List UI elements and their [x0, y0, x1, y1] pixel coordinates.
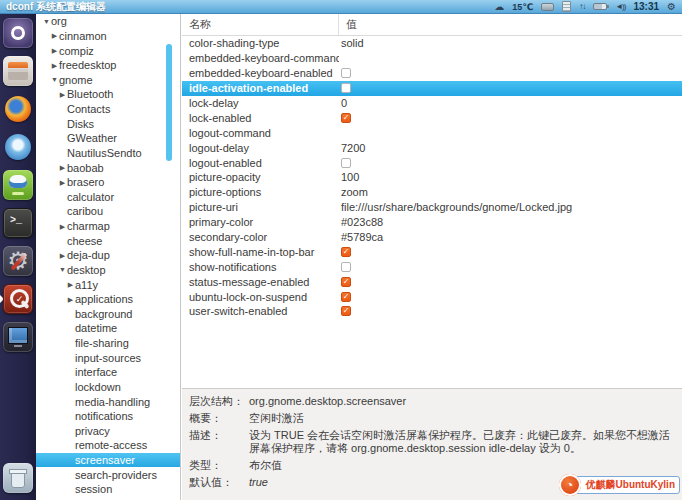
tree-item-search-providers[interactable]: search-providers	[36, 467, 180, 482]
tree-item-Disks[interactable]: Disks	[36, 116, 180, 131]
checkbox-checked[interactable]: ✓	[341, 292, 351, 302]
expander-open-icon[interactable]: ▼	[58, 266, 67, 273]
file-manager-button[interactable]	[3, 56, 33, 86]
checkbox-checked[interactable]: ✓	[341, 277, 351, 287]
tree-item-compiz[interactable]: ▶compiz	[36, 43, 180, 58]
software-center-button[interactable]	[3, 170, 33, 200]
battery-icon[interactable]	[593, 3, 607, 10]
checkbox-unchecked[interactable]	[341, 158, 351, 168]
key-row-picture-options[interactable]: picture-optionszoom	[182, 185, 682, 200]
column-header-value[interactable]: 值	[339, 14, 357, 35]
key-row-logout-enabled[interactable]: logout-enabled	[182, 155, 682, 170]
checkbox-unchecked[interactable]	[341, 83, 351, 93]
key-name: ubuntu-lock-on-suspend	[182, 291, 339, 303]
dconf-editor-button[interactable]	[3, 284, 33, 314]
checkbox-checked[interactable]: ✓	[341, 247, 351, 257]
expander-closed-icon[interactable]: ▶	[58, 179, 67, 186]
expander-closed-icon[interactable]: ▶	[50, 32, 59, 39]
key-value: ✓	[339, 306, 682, 316]
tree-item-privacy[interactable]: privacy	[36, 424, 180, 439]
key-row-secondary-color[interactable]: secondary-color#5789ca	[182, 230, 682, 245]
tree-item-charmap[interactable]: ▶charmap	[36, 219, 180, 234]
expander-closed-icon[interactable]: ▶	[58, 91, 67, 98]
expander-closed-icon[interactable]: ▶	[50, 62, 59, 69]
weather-icon[interactable]: ☁	[494, 2, 504, 12]
tree-item-gnome[interactable]: ▼gnome	[36, 73, 180, 88]
key-row-user-switch-enabled[interactable]: user-switch-enabled✓	[182, 304, 682, 319]
tree-item-Bluetooth[interactable]: ▶Bluetooth	[36, 87, 180, 102]
tree-item-desktop[interactable]: ▼desktop	[36, 263, 180, 278]
key-row-picture-uri[interactable]: picture-urifile:///usr/share/backgrounds…	[182, 200, 682, 215]
tree-item-GWeather[interactable]: GWeather	[36, 131, 180, 146]
checkbox-unchecked[interactable]	[341, 262, 351, 272]
key-row-logout-command[interactable]: logout-command	[182, 125, 682, 140]
tree-item-session[interactable]: session	[36, 482, 180, 497]
key-row-ubuntu-lock-on-suspend[interactable]: ubuntu-lock-on-suspend✓	[182, 289, 682, 304]
tree-item-calculator[interactable]: calculator	[36, 190, 180, 205]
checkbox-checked[interactable]: ✓	[341, 113, 351, 123]
tree-item-freedesktop[interactable]: ▶freedesktop	[36, 58, 180, 73]
key-row-status-message-enabled[interactable]: status-message-enabled✓	[182, 274, 682, 289]
tree-item-Contacts[interactable]: Contacts	[36, 102, 180, 117]
tree-item-screensaver[interactable]: screensaver	[36, 453, 180, 468]
tree-item-caribou[interactable]: caribou	[36, 204, 180, 219]
expander-closed-icon[interactable]: ▶	[58, 252, 67, 259]
key-row-show-notifications[interactable]: show-notifications	[182, 259, 682, 274]
system-settings-button[interactable]: ⚙	[3, 246, 33, 276]
expander-closed-icon[interactable]: ▶	[58, 164, 67, 171]
tree-item-notifications[interactable]: notifications	[36, 409, 180, 424]
tree-item-label: datetime	[75, 322, 117, 334]
clock-label[interactable]: 13:31	[633, 1, 659, 12]
key-row-color-shading-type[interactable]: color-shading-typesolid	[182, 36, 682, 51]
tree-item-file-sharing[interactable]: file-sharing	[36, 336, 180, 351]
terminal-button[interactable]	[3, 208, 33, 238]
key-row-lock-enabled[interactable]: lock-enabled✓	[182, 110, 682, 125]
tree-item-datetime[interactable]: datetime	[36, 321, 180, 336]
ubuntu-dash-button[interactable]	[3, 18, 33, 48]
tree-item-NautilusSendto[interactable]: NautilusSendto	[36, 146, 180, 161]
expander-open-icon[interactable]: ▼	[42, 18, 51, 25]
expander-closed-icon[interactable]: ▶	[58, 223, 67, 230]
tree-item-a11y[interactable]: ▶a11y	[36, 277, 180, 292]
key-row-picture-opacity[interactable]: picture-opacity100	[182, 170, 682, 185]
clipboard-icon[interactable]	[562, 1, 571, 12]
tree-scrollbar[interactable]	[166, 44, 172, 161]
keyboard-icon[interactable]	[541, 3, 554, 11]
tree-item-org[interactable]: ▼org	[36, 14, 180, 29]
tree-item-cheese[interactable]: cheese	[36, 233, 180, 248]
expander-closed-icon[interactable]: ▶	[66, 281, 75, 288]
tree-item-background[interactable]: background	[36, 307, 180, 322]
tree-item-baobab[interactable]: ▶baobab	[36, 160, 180, 175]
tree-item-input-sources[interactable]: input-sources	[36, 350, 180, 365]
tree-item-brasero[interactable]: ▶brasero	[36, 175, 180, 190]
trash-button[interactable]	[3, 463, 33, 493]
key-name: logout-enabled	[182, 157, 339, 169]
tree-item-media-handling[interactable]: media-handling	[36, 394, 180, 409]
tree-item-deja-dup[interactable]: ▶deja-dup	[36, 248, 180, 263]
tree-item-remote-access[interactable]: remote-access	[36, 438, 180, 453]
checkbox-unchecked[interactable]	[341, 68, 351, 78]
expander-closed-icon[interactable]: ▶	[50, 47, 59, 54]
key-row-primary-color[interactable]: primary-color#023c88	[182, 215, 682, 230]
temperature-label[interactable]: 15℃	[512, 2, 533, 12]
column-header-name[interactable]: 名称	[182, 14, 339, 35]
volume-icon[interactable]: ◄))	[615, 2, 625, 11]
expander-closed-icon[interactable]: ▶	[66, 296, 75, 303]
tree-item-interface[interactable]: interface	[36, 365, 180, 380]
tree-item-applications[interactable]: ▶applications	[36, 292, 180, 307]
tree-item-cinnamon[interactable]: ▶cinnamon	[36, 29, 180, 44]
sync-arrows-icon[interactable]: ↑↓	[579, 2, 585, 11]
chromium-button[interactable]	[3, 132, 33, 162]
key-row-embedded-keyboard-command[interactable]: embedded-keyboard-command	[182, 51, 682, 66]
key-row-embedded-keyboard-enabled[interactable]: embedded-keyboard-enabled	[182, 66, 682, 81]
key-row-show-full-name-in-top-bar[interactable]: show-full-name-in-top-bar✓	[182, 244, 682, 259]
key-row-lock-delay[interactable]: lock-delay0	[182, 96, 682, 111]
key-row-idle-activation-enabled[interactable]: idle-activation-enabled	[182, 81, 682, 96]
key-row-logout-delay[interactable]: logout-delay7200	[182, 140, 682, 155]
display-app-button[interactable]	[3, 322, 33, 352]
tree-item-lockdown[interactable]: lockdown	[36, 380, 180, 395]
firefox-button[interactable]	[3, 94, 33, 124]
session-gear-icon[interactable]: ⚙	[667, 2, 676, 12]
checkbox-checked[interactable]: ✓	[341, 306, 351, 316]
expander-open-icon[interactable]: ▼	[50, 76, 59, 83]
